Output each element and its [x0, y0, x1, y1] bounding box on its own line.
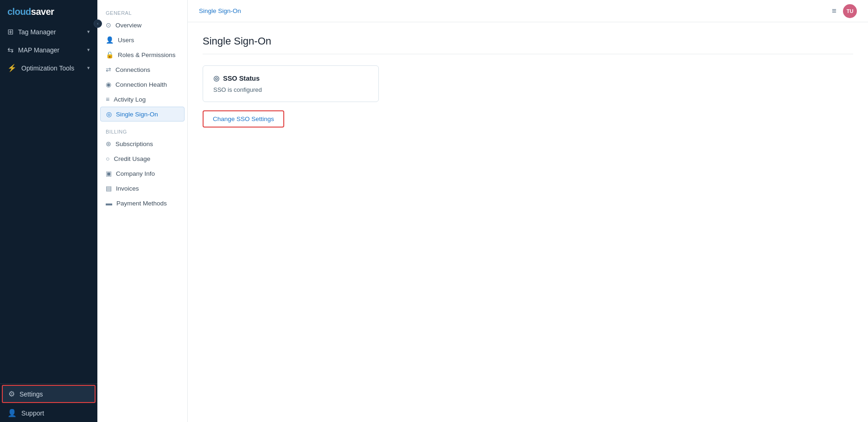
sec-nav-roles-permissions[interactable]: 🔒 Roles & Permissions — [97, 47, 187, 62]
sec-nav-activity-log[interactable]: ≡ Activity Log — [97, 92, 187, 107]
main-content: Single Sign-On ≡ TU Single Sign-On ◎ SSO… — [188, 0, 868, 422]
activity-log-icon: ≡ — [106, 96, 109, 103]
chevron-down-icon: ▾ — [87, 47, 90, 53]
general-section-label: General — [97, 7, 187, 18]
map-manager-icon: ⇆ — [7, 45, 13, 54]
overview-icon: ⊙ — [106, 21, 111, 29]
sec-nav-label: Connections — [115, 66, 150, 73]
connections-icon: ⇄ — [106, 66, 111, 73]
payment-methods-icon: ▬ — [106, 199, 112, 207]
sec-nav-credit-usage[interactable]: ○ Credit Usage — [97, 151, 187, 166]
invoices-icon: ▤ — [106, 185, 112, 192]
sec-nav-label: Company Info — [116, 170, 155, 177]
sidebar-item-map-manager[interactable]: ⇆ MAP Manager ▾ — [0, 41, 97, 59]
company-info-icon: ▣ — [106, 170, 112, 177]
sec-nav-company-info[interactable]: ▣ Company Info — [97, 166, 187, 181]
connection-health-icon: ◉ — [106, 81, 111, 88]
collapse-handle[interactable]: ‹ — [94, 19, 102, 28]
support-icon: 👤 — [7, 409, 17, 417]
sec-nav-label: Roles & Permissions — [118, 51, 176, 58]
sec-nav-payment-methods[interactable]: ▬ Payment Methods — [97, 196, 187, 211]
sidebar-item-label: Tag Manager — [18, 28, 56, 36]
sec-nav-label: Payment Methods — [116, 200, 167, 207]
sidebar-item-label: Settings — [19, 390, 43, 398]
sec-nav-single-sign-on[interactable]: ◎ Single Sign-On — [100, 107, 185, 121]
logo-cloud: cloud — [7, 6, 31, 17]
sso-nav-icon: ◎ — [106, 110, 112, 118]
nav-bottom: ⚙ Settings 👤 Support — [0, 384, 97, 422]
sec-nav-users[interactable]: 👤 Users — [97, 32, 187, 47]
sidebar-item-support[interactable]: 👤 Support — [0, 404, 97, 422]
sso-card-title: SSO Status — [223, 75, 260, 82]
sec-nav-label: Invoices — [116, 185, 139, 192]
nav-items: ⊞ Tag Manager ▾ ⇆ MAP Manager ▾ ⚡ Optimi… — [0, 23, 97, 384]
users-icon: 👤 — [106, 36, 114, 44]
left-navigation: cloudsaver ‹ ⊞ Tag Manager ▾ ⇆ MAP Manag… — [0, 0, 97, 422]
sso-status-icon: ◎ — [213, 74, 219, 83]
chevron-down-icon: ▾ — [87, 65, 90, 71]
settings-icon: ⚙ — [8, 390, 15, 398]
sec-nav-connection-health[interactable]: ◉ Connection Health — [97, 77, 187, 92]
sso-card-header: ◎ SSO Status — [213, 74, 368, 83]
page-body: Single Sign-On ◎ SSO Status SSO is confi… — [188, 22, 868, 422]
chevron-down-icon: ▾ — [87, 29, 90, 35]
logo[interactable]: cloudsaver — [0, 0, 97, 23]
sec-nav-label: Single Sign-On — [116, 111, 158, 118]
roles-icon: 🔒 — [106, 51, 114, 58]
billing-section-label: Billing — [97, 126, 187, 136]
sidebar-item-tag-manager[interactable]: ⊞ Tag Manager ▾ — [0, 23, 97, 41]
sec-nav-label: Subscriptions — [115, 141, 153, 147]
sidebar-item-label: Support — [21, 409, 44, 417]
sso-status-card: ◎ SSO Status SSO is configured — [203, 65, 379, 102]
top-bar-right: ≡ TU — [832, 4, 857, 18]
sec-nav-label: Credit Usage — [114, 155, 150, 162]
optimization-tools-icon: ⚡ — [7, 64, 17, 72]
sec-nav-invoices[interactable]: ▤ Invoices — [97, 181, 187, 196]
sec-nav-label: Activity Log — [114, 96, 146, 103]
top-bar: Single Sign-On ≡ TU — [188, 0, 868, 22]
subscriptions-icon: ⊛ — [106, 140, 111, 147]
tag-manager-icon: ⊞ — [7, 27, 13, 36]
page-title: Single Sign-On — [203, 35, 853, 54]
sec-nav-label: Connection Health — [115, 81, 167, 88]
sec-nav-overview[interactable]: ⊙ Overview — [97, 18, 187, 32]
credit-usage-icon: ○ — [106, 155, 109, 162]
sidebar-item-label: MAP Manager — [18, 46, 59, 54]
sec-nav-subscriptions[interactable]: ⊛ Subscriptions — [97, 136, 187, 151]
sec-nav-label: Users — [118, 37, 134, 44]
sec-nav-connections[interactable]: ⇄ Connections — [97, 62, 187, 77]
sec-nav-label: Overview — [115, 22, 141, 29]
change-sso-button[interactable]: Change SSO Settings — [203, 110, 284, 128]
list-view-icon[interactable]: ≡ — [832, 6, 836, 16]
avatar[interactable]: TU — [843, 4, 857, 18]
sso-status-text: SSO is configured — [213, 86, 368, 93]
sidebar-item-optimization-tools[interactable]: ⚡ Optimization Tools ▾ — [0, 59, 97, 77]
breadcrumb: Single Sign-On — [199, 7, 241, 14]
logo-saver: saver — [31, 6, 54, 17]
sidebar-item-label: Optimization Tools — [21, 64, 74, 72]
secondary-navigation: General ⊙ Overview 👤 Users 🔒 Roles & Per… — [97, 0, 188, 422]
sidebar-item-settings[interactable]: ⚙ Settings — [2, 385, 96, 403]
